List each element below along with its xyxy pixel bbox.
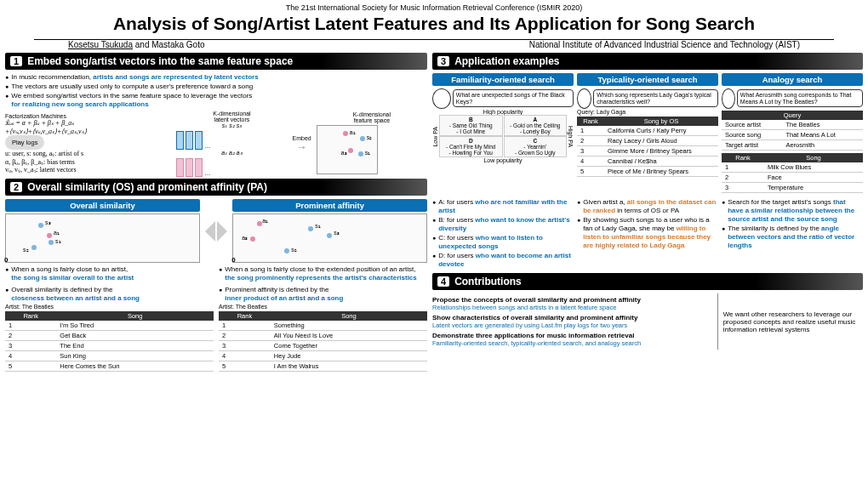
os-badge: Overall similarity bbox=[5, 199, 200, 212]
analogy-result-table: RankSong 1Milk Cow Blues2Face3Temperatur… bbox=[722, 153, 863, 193]
avatar-icon bbox=[577, 88, 591, 109]
affiliation: National Institute of Advanced Industria… bbox=[529, 40, 800, 49]
latent-bars-a: ... bbox=[176, 156, 287, 177]
pa-badge: Prominent affinity bbox=[232, 199, 427, 212]
speech-bubble: What are unexpected songs of The Black K… bbox=[453, 89, 574, 107]
feature-space-scatter: a₁ s₂ a₃ s₁ bbox=[317, 125, 378, 174]
section-1-header: 1Embed song/artist vectors into the same… bbox=[5, 53, 427, 70]
pa-scatter: 0 a₁ s₁ s₃ a₃ s₂ bbox=[232, 213, 427, 263]
typicality-table: RankSong by OS 1California Curls / Katy … bbox=[577, 117, 718, 177]
section-2-header: 2Overall similarity (OS) and prominent a… bbox=[5, 179, 427, 196]
author-second: and Mastaka Goto bbox=[133, 40, 205, 49]
os-table: RankSong 1I'm So Tired2Get Back3The End4… bbox=[5, 311, 214, 372]
speech-bubble: Which song represents Lady Gaga's typica… bbox=[593, 89, 718, 107]
authors-row: Kosetsu Tsukuda and Mastaka Goto Nationa… bbox=[34, 39, 834, 49]
header: The 21st International Society for Music… bbox=[0, 0, 868, 37]
play-logs-icon: Play logs bbox=[5, 135, 44, 150]
section-3-header: 3Application examples bbox=[432, 53, 863, 70]
section-num: 1 bbox=[10, 56, 22, 66]
fm-equation: x̂ᵤₛ = α + βᵤ + βₛ + β_aₛ+⟨vᵤ,vₛ⟩+⟨vᵤ,v_… bbox=[5, 119, 171, 135]
title: Analysis of Song/Artist Latent Features … bbox=[0, 14, 868, 34]
pa-table: RankSong 1Something2All You Need Is Love… bbox=[219, 311, 427, 372]
conference: The 21st International Society for Music… bbox=[0, 3, 868, 12]
section-4-header: 4Contributions bbox=[432, 273, 863, 290]
triangle-right-icon bbox=[217, 221, 227, 242]
analogy-query-table: Query Source artistThe BeatlesSource son… bbox=[722, 111, 863, 151]
author-underlined: Kosetsu Tsukuda bbox=[68, 40, 133, 49]
contributions-side-note: We want other researchers to leverage ou… bbox=[717, 293, 863, 350]
speech-bubble: What Aerosmith song corresponds to That … bbox=[737, 89, 863, 107]
triangle-left-icon bbox=[205, 221, 215, 242]
embed-arrow-icon: → bbox=[297, 141, 307, 153]
avatar-icon bbox=[722, 88, 735, 109]
os-scatter: 0 s₃ a₁ s₁ s₂ bbox=[5, 213, 200, 263]
avatar-icon bbox=[432, 88, 451, 109]
section-title: Embed song/artist vectors into the same … bbox=[27, 55, 293, 67]
latent-bars-s: ... bbox=[176, 129, 287, 150]
